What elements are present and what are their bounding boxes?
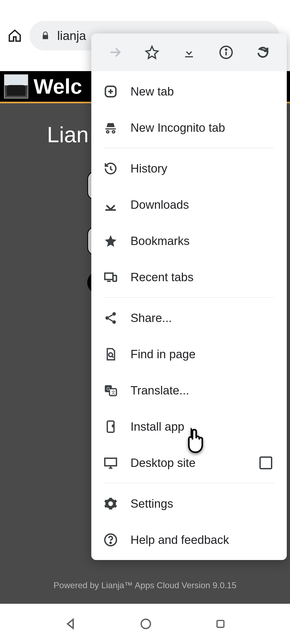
- svg-rect-21: [217, 620, 224, 627]
- plus-square-icon: [104, 85, 118, 98]
- menu-item-label: Desktop site: [130, 456, 247, 470]
- menu-share[interactable]: Share...: [91, 300, 287, 336]
- svg-text:G: G: [107, 386, 110, 391]
- star-filled-icon: [104, 234, 118, 248]
- menu-item-label: Help and feedback: [130, 533, 274, 547]
- svg-point-9: [106, 316, 109, 320]
- lock-icon: [41, 31, 50, 41]
- help-icon: [104, 533, 118, 547]
- translate-icon: G文: [104, 383, 118, 397]
- menu-item-label: Find in page: [130, 347, 274, 361]
- download-button[interactable]: [181, 44, 197, 60]
- menu-item-label: Bookmarks: [130, 234, 274, 248]
- browser-menu: New tab New Incognito tab History Downlo…: [91, 34, 287, 560]
- home-nav-button[interactable]: [140, 618, 152, 630]
- page-footer: Powered by Lianja™ Apps Cloud Version 9.…: [0, 567, 290, 604]
- menu-divider: [104, 483, 274, 483]
- menu-settings[interactable]: Settings: [91, 485, 287, 522]
- history-icon: [104, 162, 118, 175]
- cursor-pointer-icon: [183, 427, 207, 453]
- menu-item-label: Translate...: [130, 384, 274, 397]
- menu-history[interactable]: History: [91, 150, 287, 186]
- recents-button[interactable]: [215, 618, 226, 630]
- home-button[interactable]: [5, 26, 24, 45]
- svg-point-11: [109, 353, 113, 357]
- find-in-page-icon: [104, 347, 118, 361]
- menu-divider: [104, 148, 274, 148]
- menu-item-label: History: [130, 162, 274, 175]
- install-app-icon: [104, 420, 118, 434]
- menu-item-label: Recent tabs: [130, 270, 274, 284]
- menu-new-tab[interactable]: New tab: [91, 73, 287, 109]
- menu-bookmarks[interactable]: Bookmarks: [91, 223, 287, 259]
- menu-downloads[interactable]: Downloads: [91, 186, 287, 223]
- info-button[interactable]: [218, 44, 234, 60]
- downloads-icon: [104, 198, 118, 212]
- svg-rect-6: [105, 273, 113, 279]
- desktop-site-checkbox[interactable]: [259, 456, 272, 469]
- refresh-button[interactable]: [255, 44, 271, 60]
- svg-rect-17: [105, 458, 116, 466]
- bookmark-star-button[interactable]: [144, 44, 160, 60]
- system-navbar: [0, 604, 290, 644]
- menu-divider: [104, 297, 274, 298]
- svg-point-2: [225, 49, 227, 50]
- forward-button[interactable]: [107, 44, 123, 60]
- svg-rect-7: [113, 275, 117, 281]
- menu-item-label: Settings: [130, 497, 274, 510]
- desktop-icon: [104, 456, 118, 470]
- menu-new-incognito[interactable]: New Incognito tab: [91, 109, 287, 146]
- svg-text:文: 文: [111, 390, 116, 395]
- menu-recent-tabs[interactable]: Recent tabs: [91, 259, 287, 295]
- url-text: lianja: [57, 28, 86, 43]
- menu-top-row: [91, 34, 287, 71]
- menu-help[interactable]: Help and feedback: [91, 522, 287, 558]
- page-header-title: Welc: [34, 74, 82, 99]
- incognito-icon: [104, 121, 118, 135]
- menu-find-in-page[interactable]: Find in page: [91, 336, 287, 372]
- menu-translate[interactable]: G文 Translate...: [91, 372, 287, 408]
- gear-icon: [104, 497, 118, 511]
- back-button[interactable]: [64, 617, 77, 631]
- menu-item-label: Share...: [130, 311, 274, 325]
- logo: [4, 74, 28, 98]
- menu-item-label: Downloads: [130, 198, 274, 211]
- svg-point-10: [113, 320, 116, 324]
- menu-item-label: New Incognito tab: [130, 121, 274, 134]
- svg-point-8: [113, 312, 116, 316]
- svg-point-19: [110, 542, 111, 543]
- svg-point-20: [141, 619, 151, 629]
- share-icon: [104, 311, 118, 325]
- devices-icon: [104, 270, 118, 284]
- menu-item-label: New tab: [130, 85, 274, 98]
